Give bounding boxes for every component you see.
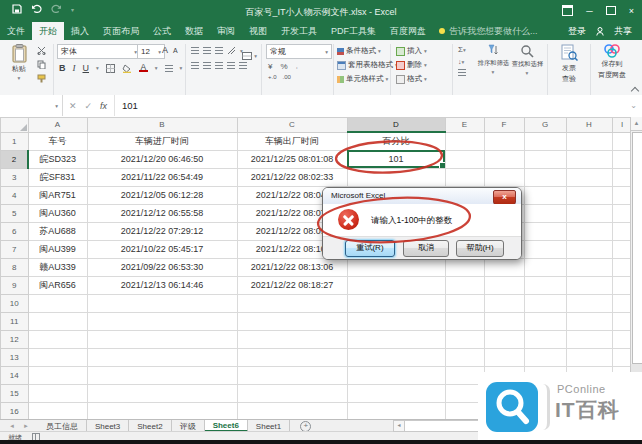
cell-F8[interactable] <box>484 258 524 276</box>
collapse-ribbon-icon[interactable] <box>631 87 639 95</box>
column-header-B[interactable]: B <box>87 118 237 133</box>
cell-H1[interactable] <box>566 132 612 150</box>
cell-B14[interactable] <box>87 366 237 384</box>
horizontal-scrollbar[interactable] <box>404 420 484 432</box>
cell-styles-button[interactable]: 单元格样式▾ <box>337 74 388 84</box>
cell-E8[interactable] <box>445 258 484 276</box>
cell-A15[interactable] <box>28 384 87 402</box>
cell-D14[interactable] <box>347 366 445 384</box>
format-as-table-button[interactable]: 套用表格格式▾ <box>337 60 398 70</box>
row-header-8[interactable]: 8 <box>1 258 29 276</box>
cell-I5[interactable] <box>612 204 632 222</box>
cell-H12[interactable] <box>566 330 612 348</box>
cell-H6[interactable] <box>566 222 612 240</box>
conditional-formatting-button[interactable]: 条件格式▾ <box>337 46 381 56</box>
name-box-dropdown[interactable]: ▾ <box>55 103 58 109</box>
invoice-check-button[interactable]: 发票 查验 <box>555 44 583 84</box>
cell-C11[interactable] <box>237 312 347 330</box>
align-right-icon[interactable] <box>215 62 223 69</box>
cell-H10[interactable] <box>566 294 612 312</box>
column-header-I[interactable]: I <box>612 118 632 133</box>
cell-G9[interactable] <box>524 276 566 294</box>
row-header-1[interactable]: 1 <box>1 132 29 150</box>
cell-D12[interactable] <box>347 330 445 348</box>
cell-A11[interactable] <box>28 312 87 330</box>
decrease-indent-icon[interactable] <box>227 62 235 69</box>
tab-insert[interactable]: 插入 <box>64 22 96 40</box>
name-box[interactable]: ▾ <box>0 95 63 116</box>
cell-C3[interactable]: 2021/12/22 08:02:33 <box>237 168 347 186</box>
cell-H2[interactable] <box>566 150 612 168</box>
cell-D1[interactable]: 百分比 <box>347 132 445 150</box>
column-header-F[interactable]: F <box>484 118 524 133</box>
tab-page-layout[interactable]: 页面布局 <box>96 22 146 40</box>
paste-dropdown[interactable]: ▾ <box>18 75 21 81</box>
row-header-11[interactable]: 11 <box>1 312 29 330</box>
cell-I7[interactable] <box>612 240 632 258</box>
format-cells-button[interactable]: 格式▾ <box>396 74 427 84</box>
cell-C10[interactable] <box>237 294 347 312</box>
increase-indent-icon[interactable] <box>239 62 247 69</box>
ribbon-display-options-icon[interactable] <box>562 5 573 16</box>
cell-E11[interactable] <box>445 312 484 330</box>
cell-D3[interactable] <box>347 168 445 186</box>
select-all-corner[interactable] <box>1 118 29 133</box>
column-header-D[interactable]: D <box>347 118 445 133</box>
row-header-14[interactable]: 14 <box>1 366 29 384</box>
cell-A10[interactable] <box>28 294 87 312</box>
italic-button[interactable]: I <box>73 63 76 73</box>
underline-button[interactable]: U <box>83 63 90 73</box>
cell-F1[interactable] <box>484 132 524 150</box>
minimize-icon[interactable]: ─ <box>586 6 592 16</box>
cell-B16[interactable] <box>87 402 237 420</box>
cell-A9[interactable]: 闽AR656 <box>28 276 87 294</box>
grow-font-icon[interactable]: A <box>162 45 168 55</box>
cell-A2[interactable]: 皖SD323 <box>28 150 87 168</box>
dialog-close-icon[interactable]: x <box>493 190 516 205</box>
autosum-icon[interactable]: Σ▾ <box>458 45 466 54</box>
new-sheet-icon[interactable]: + <box>300 421 311 432</box>
comma-format-icon[interactable]: ˒ <box>296 62 299 71</box>
cell-B11[interactable] <box>87 312 237 330</box>
cell-H11[interactable] <box>566 312 612 330</box>
formula-enter-icon[interactable]: ✓ <box>84 101 92 111</box>
cell-I13[interactable] <box>612 348 632 366</box>
cell-C8[interactable]: 2021/12/22 08:13:06 <box>237 258 347 276</box>
cell-I4[interactable] <box>612 186 632 204</box>
cell-E2[interactable] <box>445 150 484 168</box>
redo-icon[interactable] <box>51 4 62 14</box>
cell-C16[interactable] <box>237 402 347 420</box>
cell-D11[interactable] <box>347 312 445 330</box>
tab-view[interactable]: 视图 <box>242 22 274 40</box>
cell-H7[interactable] <box>566 240 612 258</box>
cell-B6[interactable]: 2021/12/22 07:29:12 <box>87 222 237 240</box>
align-left-icon[interactable] <box>191 62 199 69</box>
copy-icon[interactable] <box>37 60 46 69</box>
fill-color-icon[interactable] <box>122 64 132 73</box>
cell-H4[interactable] <box>566 186 612 204</box>
row-header-3[interactable]: 3 <box>1 168 29 186</box>
cell-F3[interactable] <box>484 168 524 186</box>
row-header-7[interactable]: 7 <box>1 240 29 258</box>
close-icon[interactable]: × <box>629 6 634 16</box>
cell-F2[interactable] <box>484 150 524 168</box>
align-middle-icon[interactable] <box>203 47 211 54</box>
cell-B8[interactable]: 2021/09/22 06:53:30 <box>87 258 237 276</box>
cell-F11[interactable] <box>484 312 524 330</box>
cell-B9[interactable]: 2021/12/13 06:14:46 <box>87 276 237 294</box>
scroll-up-icon[interactable]: ▲ <box>631 117 642 131</box>
find-select-button[interactable]: 查找和选择 ▾ <box>510 44 544 76</box>
cell-G11[interactable] <box>524 312 566 330</box>
row-header-2[interactable]: 2 <box>1 150 29 168</box>
row-header-16[interactable]: 16 <box>1 402 29 420</box>
percent-format-icon[interactable]: % <box>280 62 287 71</box>
cell-B10[interactable] <box>87 294 237 312</box>
cell-B2[interactable]: 2021/12/20 06:46:50 <box>87 150 237 168</box>
clear-icon[interactable] <box>458 69 466 76</box>
row-header-6[interactable]: 6 <box>1 222 29 240</box>
font-color-dropdown[interactable]: ▾ <box>155 65 158 71</box>
insert-cells-button[interactable]: 插入▾ <box>396 46 427 56</box>
cell-I8[interactable] <box>612 258 632 276</box>
cell-A1[interactable]: 车号 <box>28 132 87 150</box>
cell-I6[interactable] <box>612 222 632 240</box>
